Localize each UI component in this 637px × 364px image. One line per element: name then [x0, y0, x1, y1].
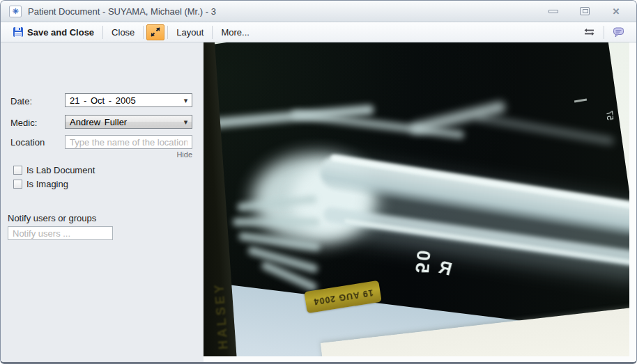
maximize-button[interactable]	[578, 6, 591, 16]
medic-value: Andrew Fuller	[66, 117, 180, 127]
titlebar: ✳ Patient Document - SUYAMA, Michael (Mr…	[1, 1, 636, 22]
swap-arrows-icon	[583, 26, 595, 38]
image-panel: HALSEY 19 AUG 2004 50 R 57	[204, 42, 636, 362]
window-title: Patient Document - SUYAMA, Michael (Mr.)…	[28, 6, 216, 17]
toolbar-separator	[212, 26, 213, 39]
hide-link[interactable]: Hide	[65, 150, 192, 159]
save-icon	[13, 26, 24, 38]
toolbar-separator	[604, 26, 604, 39]
medic-label: Medic:	[10, 118, 37, 128]
maximize-icon	[580, 7, 590, 15]
layout-button[interactable]: Layout	[171, 24, 209, 40]
more-label: More...	[221, 27, 249, 38]
location-input[interactable]	[65, 135, 192, 149]
date-picker[interactable]: 21 - Oct - 2005 ▾	[65, 93, 192, 107]
expand-layout-button[interactable]	[146, 24, 164, 40]
close-window-button[interactable]: ✕	[610, 6, 622, 16]
finger-bone-shape	[233, 218, 320, 226]
comments-button[interactable]	[607, 24, 630, 40]
close-button[interactable]: Close	[106, 24, 140, 40]
date-stamp-text: 19 AUG 2004	[312, 287, 374, 306]
toolbar-separator	[102, 26, 103, 39]
save-and-close-button[interactable]: Save and Close	[7, 24, 100, 40]
toolbar-separator	[143, 26, 144, 39]
toolbar: Save and Close Close Layout More...	[1, 22, 636, 42]
notify-users-input[interactable]	[8, 226, 113, 240]
more-button[interactable]: More...	[215, 24, 254, 40]
swap-panels-button[interactable]	[578, 24, 601, 40]
dropdown-arrow-icon: ▾	[180, 116, 192, 128]
close-label: Close	[112, 27, 135, 38]
film-brand-text: HALSEY	[212, 281, 231, 349]
toolbar-right	[578, 24, 630, 40]
corner-marker: 57	[604, 111, 615, 121]
is-imaging-label[interactable]: Is Imaging	[26, 179, 68, 189]
date-label: Date:	[10, 96, 32, 106]
toolbar-separator	[167, 26, 168, 39]
document-form-panel: Date: 21 - Oct - 2005 ▾ Medic: Andrew Fu…	[1, 42, 204, 362]
is-lab-document-label[interactable]: Is Lab Document	[26, 165, 95, 175]
dropdown-arrow-icon: ▾	[180, 94, 192, 106]
is-lab-document-row: Is Lab Document	[13, 165, 95, 175]
medic-combobox[interactable]: Andrew Fuller ▾	[65, 115, 192, 129]
is-imaging-row: Is Imaging	[13, 179, 68, 189]
minimize-icon	[548, 10, 558, 13]
is-lab-document-checkbox[interactable]	[13, 166, 22, 175]
layout-label: Layout	[176, 27, 204, 38]
expand-arrows-icon	[151, 27, 160, 37]
window-controls: ✕	[547, 6, 628, 16]
notify-label: Notify users or groups	[8, 213, 96, 223]
speech-bubble-icon	[613, 26, 624, 38]
xray-image-viewer[interactable]: HALSEY 19 AUG 2004 50 R 57	[204, 42, 629, 356]
location-label: Location	[10, 137, 45, 148]
save-and-close-label: Save and Close	[27, 27, 94, 38]
is-imaging-checkbox[interactable]	[13, 180, 22, 189]
minimize-button[interactable]	[547, 6, 560, 16]
date-value: 21 - Oct - 2005	[66, 95, 180, 106]
content-area: Date: 21 - Oct - 2005 ▾ Medic: Andrew Fu…	[1, 42, 636, 362]
app-icon: ✳	[9, 6, 22, 17]
close-icon: ✕	[613, 7, 620, 16]
side-marker-number: 50	[410, 247, 434, 274]
patient-document-window: ✳ Patient Document - SUYAMA, Michael (Mr…	[0, 0, 637, 364]
